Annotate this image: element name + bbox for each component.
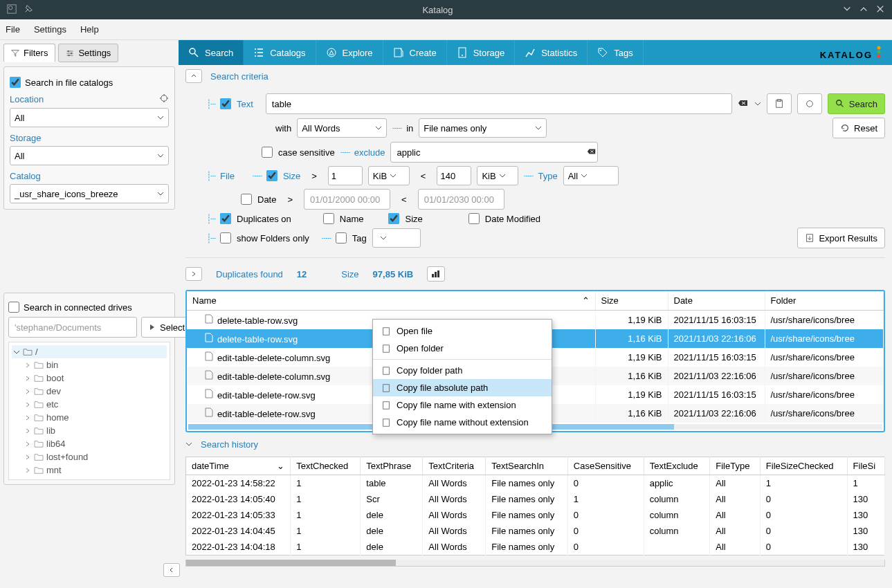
tool-storage[interactable]: Storage (447, 40, 516, 65)
clear-text-icon[interactable] (738, 98, 749, 111)
chk-case[interactable] (262, 147, 273, 158)
tree-item[interactable]: lost+found (12, 450, 167, 463)
chk-tag[interactable] (336, 232, 347, 244)
export-button[interactable]: Export Results (797, 228, 885, 248)
clear-exclude-icon[interactable] (587, 147, 597, 158)
select-in[interactable]: File names only (419, 118, 547, 138)
reset-button[interactable]: Reset (832, 118, 885, 138)
svg-point-10 (462, 55, 463, 56)
hist-col[interactable]: TextSearchIn (486, 457, 568, 475)
svg-point-13 (877, 50, 881, 53)
history-scrollbar[interactable] (185, 560, 885, 567)
select-size-from-unit[interactable]: KiB (368, 166, 410, 185)
select-catalog[interactable]: _usr_share_icons_breeze (10, 184, 169, 203)
hist-col[interactable]: TextCriteria (423, 457, 486, 475)
history-row[interactable]: 2022-01-23 14:05:331deleAll WordsFile na… (186, 507, 885, 523)
history-row[interactable]: 2022-01-23 14:04:181deleAll WordsFile na… (186, 539, 885, 555)
menu-help[interactable]: Help (80, 24, 99, 35)
tree-item[interactable]: etc (12, 398, 167, 411)
target-button[interactable] (797, 93, 822, 114)
tab-filters[interactable]: Filters (3, 44, 55, 62)
chk-date[interactable] (241, 194, 252, 205)
col-name[interactable]: Name ⌃ (187, 291, 595, 311)
hist-col[interactable]: FileSi (847, 457, 884, 475)
hist-col[interactable]: FileType (710, 457, 761, 475)
tool-search[interactable]: Search (179, 40, 244, 65)
tool-explore[interactable]: Explore (316, 40, 383, 65)
tool-statistics[interactable]: Statistics (515, 40, 588, 65)
tree-item[interactable]: dev (12, 385, 167, 398)
tool-tags[interactable]: Tags (588, 40, 643, 65)
lbl-dup-date: Date Modified (485, 214, 540, 224)
search-button[interactable]: Search (828, 93, 885, 114)
hist-col[interactable]: TextPhrase (361, 457, 423, 475)
col-date[interactable]: Date (668, 291, 765, 311)
select-with[interactable]: All Words (297, 118, 387, 138)
select-size-to-unit[interactable]: KiB (477, 166, 518, 185)
lbl-with: with (275, 123, 291, 134)
tab-settings[interactable]: Settings (58, 44, 118, 62)
ctx-item[interactable]: Copy file name with extension (373, 396, 552, 414)
tree-item[interactable]: bin (12, 358, 167, 371)
chart-button[interactable] (427, 266, 445, 282)
toggle-results[interactable] (185, 267, 202, 281)
chk-dup-date[interactable] (468, 213, 480, 224)
tree-item[interactable]: lib64 (12, 437, 167, 450)
chk-dup-name[interactable] (323, 213, 334, 224)
input-exclude[interactable] (390, 142, 598, 163)
history-row[interactable]: 2022-01-23 14:04:451deleAll WordsFile na… (186, 523, 885, 539)
pin-icon[interactable] (24, 4, 33, 16)
select-location[interactable]: All (10, 108, 169, 127)
close-icon[interactable] (875, 4, 885, 16)
tree-item[interactable]: lib (12, 424, 167, 437)
history-row[interactable]: 2022-01-23 14:05:401ScrAll WordsFile nam… (186, 491, 885, 507)
history-dropdown-icon[interactable] (754, 99, 761, 109)
ctx-item[interactable]: Copy folder path (373, 362, 552, 379)
tree-item[interactable]: boot (12, 371, 167, 385)
menu-settings[interactable]: Settings (34, 24, 66, 35)
input-size-from[interactable] (328, 166, 363, 185)
select-tag[interactable] (372, 228, 421, 248)
ctx-item[interactable]: Copy file absolute path (373, 379, 552, 396)
tree-item[interactable]: mnt (12, 463, 167, 477)
minimize-icon[interactable] (842, 4, 852, 16)
chk-search-catalogs[interactable] (10, 77, 21, 88)
select-storage[interactable]: All (10, 146, 169, 165)
collapse-sidebar-button[interactable] (163, 563, 180, 577)
chk-folders-only[interactable] (220, 232, 231, 244)
tool-create[interactable]: Create (383, 40, 447, 65)
chk-search-drives[interactable] (8, 302, 19, 313)
svg-point-14 (877, 54, 881, 57)
input-search-text[interactable] (266, 93, 732, 114)
aim-icon[interactable] (159, 93, 169, 105)
chk-duplicates[interactable] (220, 213, 231, 224)
chk-text[interactable] (220, 98, 231, 109)
toggle-history[interactable] (185, 439, 192, 450)
select-type[interactable]: All (563, 166, 619, 185)
hist-col[interactable]: dateTime ⌄ (186, 457, 291, 475)
tree-item[interactable]: home (12, 411, 167, 424)
col-size[interactable]: Size (595, 291, 668, 311)
ctx-item[interactable]: Open file (373, 322, 552, 340)
ctx-item[interactable]: Copy file name without extension (373, 414, 552, 431)
paste-button[interactable] (767, 93, 792, 114)
history-row[interactable]: 2022-01-23 14:58:221tableAll WordsFile n… (186, 475, 885, 492)
menu-file[interactable]: File (6, 24, 20, 35)
titlebar: Katalog (0, 0, 892, 19)
input-size-to[interactable] (437, 166, 471, 185)
maximize-icon[interactable] (859, 4, 868, 16)
history-table: dateTime ⌄TextCheckedTextPhraseTextCrite… (185, 457, 885, 555)
file-tree[interactable]: / bin boot dev etc home lib lib64 lost+f… (8, 342, 170, 480)
hist-col[interactable]: TextExclude (644, 457, 710, 475)
hist-col[interactable]: CaseSensitive (567, 457, 644, 475)
dup-count: 12 (297, 269, 307, 279)
toggle-criteria[interactable] (185, 69, 202, 83)
ctx-item[interactable]: Open folder (373, 340, 552, 357)
chk-size[interactable] (266, 170, 277, 181)
hist-col[interactable]: FileSizeChecked (760, 457, 847, 475)
tool-catalogs[interactable]: Catalogs (244, 40, 316, 65)
lbl-size: Size (283, 171, 300, 181)
chk-dup-size[interactable] (388, 213, 399, 224)
col-folder[interactable]: Folder (765, 291, 884, 311)
hist-col[interactable]: TextChecked (291, 457, 361, 475)
